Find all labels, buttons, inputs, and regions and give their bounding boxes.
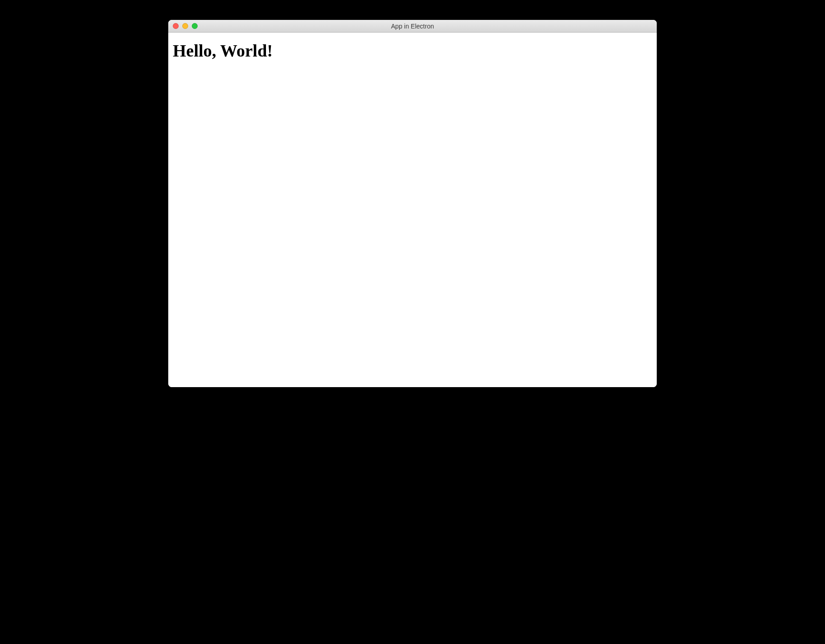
maximize-icon[interactable] bbox=[192, 23, 198, 29]
minimize-icon[interactable] bbox=[182, 23, 188, 29]
close-icon[interactable] bbox=[173, 23, 179, 29]
traffic-lights bbox=[168, 23, 198, 29]
page-heading: Hello, World! bbox=[173, 41, 652, 61]
content-area: Hello, World! bbox=[168, 33, 657, 387]
app-window: App in Electron Hello, World! bbox=[168, 20, 657, 387]
window-title: App in Electron bbox=[168, 23, 657, 30]
window-titlebar[interactable]: App in Electron bbox=[168, 20, 657, 33]
